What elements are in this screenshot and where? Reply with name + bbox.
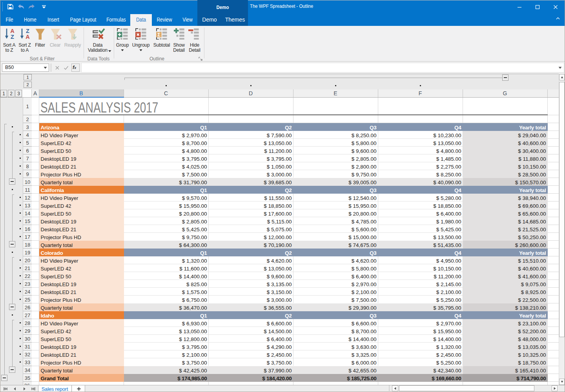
svg-text:A: A [26,34,30,40]
svg-text:Z: Z [11,34,14,40]
svg-text:Σ: Σ [157,32,160,38]
